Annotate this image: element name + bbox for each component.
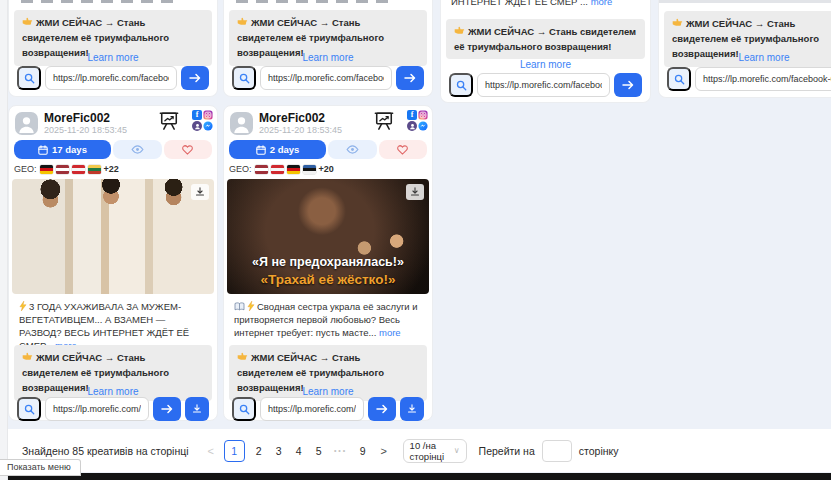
open-url-button[interactable] (181, 66, 209, 90)
page-ellipsis[interactable]: ••• (329, 447, 353, 454)
page-2[interactable]: 2 (249, 445, 269, 457)
page-4[interactable]: 4 (289, 445, 309, 457)
ad-body-text: Сводная сестра украла её заслуги и притв… (234, 300, 424, 339)
facebook-icon[interactable]: f (192, 110, 202, 120)
partial-card-1: ЖМИ СЕЙЧАС → Стань свидетелем её триумфа… (8, 0, 218, 97)
search-url-button[interactable] (232, 397, 256, 421)
search-url-button[interactable] (232, 66, 256, 90)
open-url-button[interactable] (396, 66, 424, 90)
days-active-button[interactable]: 2 days (229, 140, 326, 159)
messenger-icon[interactable] (203, 121, 213, 131)
more-link[interactable]: more (379, 327, 401, 338)
landing-url-input[interactable] (260, 66, 392, 90)
landing-url-input[interactable] (260, 397, 364, 421)
person-badge-icon[interactable] (192, 121, 202, 131)
arrow-right-icon (622, 80, 634, 90)
instagram-icon[interactable] (418, 110, 428, 120)
geo-more-count[interactable]: +20 (319, 164, 334, 174)
download-image-button[interactable] (191, 184, 209, 200)
geo-row: GEO: +20 (229, 163, 334, 175)
views-button[interactable] (113, 140, 162, 159)
search-url-button[interactable] (449, 73, 473, 97)
flag-austria-icon (271, 165, 284, 174)
arrow-right-icon (161, 404, 173, 414)
bottom-dark-strip (0, 473, 831, 480)
pointing-hand-icon (672, 17, 683, 28)
creative-image[interactable]: «Я не предохранялась!» «Трахай её жёстко… (227, 179, 429, 294)
analytics-board-icon[interactable] (158, 111, 180, 131)
page-5[interactable]: 5 (309, 445, 329, 457)
geo-label: GEO: (14, 164, 37, 174)
search-icon (456, 80, 467, 91)
avatar (15, 112, 38, 135)
open-url-button[interactable] (368, 397, 396, 421)
learn-more-link[interactable]: Learn more (441, 59, 650, 70)
landing-url-input[interactable] (477, 73, 610, 97)
page-3[interactable]: 3 (269, 445, 289, 457)
url-row (17, 397, 209, 421)
more-link[interactable]: more (591, 0, 613, 7)
account-name[interactable]: MoreFic002 (259, 111, 325, 125)
views-button[interactable] (328, 140, 377, 159)
flag-estonia-icon (303, 165, 316, 174)
pointing-hand-icon (237, 16, 248, 27)
cropped-text-remnant (21, 0, 181, 3)
learn-more-link[interactable]: Learn more (224, 386, 432, 397)
next-page-button[interactable]: > (373, 445, 395, 457)
favorite-button[interactable] (164, 140, 213, 159)
per-page-select[interactable]: 10 /на сторінці ∨ (403, 439, 467, 463)
facebook-icon[interactable]: f (407, 110, 417, 120)
days-label: 17 days (52, 144, 87, 155)
search-url-button[interactable] (17, 66, 41, 90)
creative-image[interactable] (12, 179, 214, 294)
collapsed-left-edge (0, 0, 8, 480)
platform-icons: f (192, 110, 213, 131)
download-icon (410, 187, 420, 197)
learn-more-link[interactable]: Learn more (224, 52, 432, 63)
download-image-button[interactable] (406, 184, 424, 200)
search-url-button[interactable] (667, 67, 691, 91)
landing-url-input[interactable] (45, 397, 149, 421)
flag-austria-icon (72, 165, 85, 174)
cropped-block-remnant (659, 0, 831, 3)
search-url-button[interactable] (17, 397, 41, 421)
instagram-icon[interactable] (203, 110, 213, 120)
page-9[interactable]: 9 (353, 445, 373, 457)
goto-page-suffix: сторінку (579, 445, 619, 457)
favorite-button[interactable] (379, 140, 428, 159)
landing-url-input[interactable] (45, 66, 177, 90)
partial-card-4: ЖМИ СЕЙЧАС → Стань свидетелем её триумфа… (658, 0, 831, 98)
learn-more-link[interactable]: Learn more (659, 52, 831, 63)
prev-page-button[interactable]: < (202, 445, 220, 457)
days-active-button[interactable]: 17 days (14, 140, 111, 159)
arrow-right-icon (376, 404, 388, 414)
url-row (232, 66, 424, 90)
geo-label: GEO: (229, 164, 252, 174)
learn-more-link[interactable]: Learn more (9, 386, 217, 397)
download-creative-button[interactable] (185, 397, 209, 421)
open-url-button[interactable] (153, 397, 181, 421)
download-creative-button[interactable] (400, 397, 424, 421)
analytics-board-icon[interactable] (373, 111, 395, 131)
cropped-body-text: ИНТЕРНЕТ ЖДЁТ ЕЁ СМЕР ... more (451, 0, 640, 9)
flag-latvia-icon (255, 165, 268, 174)
creative-card-2: MoreFic002 2025-11-20 18:53:45 f 2 days … (223, 105, 433, 421)
heart-icon (397, 145, 408, 155)
page-1-active[interactable]: 1 (224, 440, 245, 462)
messenger-icon[interactable] (418, 121, 428, 131)
person-badge-icon[interactable] (407, 121, 417, 131)
learn-more-link[interactable]: Learn more (9, 52, 217, 63)
search-icon (24, 73, 35, 84)
geo-more-count[interactable]: +22 (104, 164, 119, 174)
open-url-button[interactable] (614, 73, 642, 97)
creative-actions: 2 days (229, 140, 427, 159)
pointing-hand-icon (22, 351, 33, 362)
ad-spy-gallery: ЖМИ СЕЙЧАС → Стань свидетелем её триумфа… (0, 0, 831, 480)
landing-url-input[interactable] (695, 67, 831, 91)
url-row (232, 397, 424, 421)
geo-row: GEO: +22 (14, 163, 119, 175)
platform-icons: f (407, 110, 428, 131)
per-page-value: 10 /на сторінці (410, 440, 454, 462)
goto-page-input[interactable] (542, 440, 572, 462)
account-name[interactable]: MoreFic002 (44, 111, 110, 125)
